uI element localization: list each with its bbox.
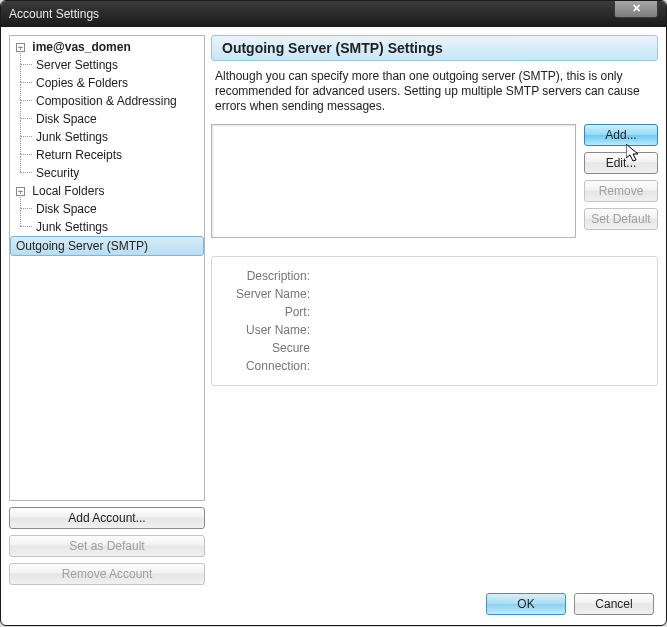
set-default-smtp-button: Set Default <box>584 208 658 230</box>
smtp-details-box: Description: Server Name: Port: User Nam… <box>211 256 658 386</box>
cancel-button[interactable]: Cancel <box>574 593 654 615</box>
tree-item-security[interactable]: Security <box>10 164 204 182</box>
smtp-server-list[interactable] <box>211 124 576 238</box>
detail-label: Server Name: <box>222 285 310 303</box>
window-title: Account Settings <box>9 7 99 21</box>
main-column: Outgoing Server (SMTP) Settings Although… <box>211 35 658 585</box>
close-icon: ✕ <box>632 2 641 15</box>
detail-port: Port: <box>222 303 647 321</box>
ok-button[interactable]: OK <box>486 593 566 615</box>
tree-label: Junk Settings <box>36 130 108 144</box>
tree-label: Server Settings <box>36 58 118 72</box>
detail-label: Description: <box>222 267 310 285</box>
titlebar[interactable]: Account Settings ✕ <box>1 1 666 27</box>
tree-item-disk-space[interactable]: Disk Space <box>10 110 204 128</box>
tree-label: Disk Space <box>36 112 97 126</box>
tree-item-outgoing-smtp[interactable]: Outgoing Server (SMTP) <box>10 236 204 256</box>
tree-label: ime@vas_domen <box>32 40 130 54</box>
detail-label: Port: <box>222 303 310 321</box>
dialog-body: − ime@vas_domen Server Settings Copies &… <box>1 27 666 593</box>
tree-label: Junk Settings <box>36 220 108 234</box>
smtp-list-buttons: Add... Edit... Remove Set Default <box>584 124 658 238</box>
page-title-text: Outgoing Server (SMTP) Settings <box>222 40 443 56</box>
tree-item-lf-junk[interactable]: Junk Settings <box>10 218 204 236</box>
close-button[interactable]: ✕ <box>614 0 658 18</box>
tree-item-return-receipts[interactable]: Return Receipts <box>10 146 204 164</box>
account-settings-window: Account Settings ✕ − ime@vas_domen Serve… <box>0 0 667 626</box>
tree-label: Local Folders <box>32 184 104 198</box>
sidebar: − ime@vas_domen Server Settings Copies &… <box>9 35 205 585</box>
add-account-button[interactable]: Add Account... <box>9 507 205 529</box>
add-smtp-button[interactable]: Add... <box>584 124 658 146</box>
detail-label: Secure Connection: <box>222 339 310 375</box>
remove-account-button: Remove Account <box>9 563 205 585</box>
remove-smtp-button: Remove <box>584 180 658 202</box>
tree-item-server-settings[interactable]: Server Settings <box>10 56 204 74</box>
dialog-buttons: OK Cancel <box>1 593 666 625</box>
tree-local-folders[interactable]: − Local Folders <box>10 182 204 200</box>
account-tree[interactable]: − ime@vas_domen Server Settings Copies &… <box>9 35 205 501</box>
detail-secure: Secure Connection: <box>222 339 647 375</box>
page-title: Outgoing Server (SMTP) Settings <box>211 35 658 61</box>
tree-label: Outgoing Server (SMTP) <box>16 239 148 253</box>
page-description: Although you can specify more than one o… <box>211 61 658 124</box>
tree-item-junk-settings[interactable]: Junk Settings <box>10 128 204 146</box>
tree-label: Composition & Addressing <box>36 94 177 108</box>
tree-label: Security <box>36 166 79 180</box>
edit-smtp-button[interactable]: Edit... <box>584 152 658 174</box>
tree-account-root[interactable]: − ime@vas_domen <box>10 38 204 56</box>
detail-description: Description: <box>222 267 647 285</box>
detail-label: User Name: <box>222 321 310 339</box>
detail-server: Server Name: <box>222 285 647 303</box>
tree-item-composition[interactable]: Composition & Addressing <box>10 92 204 110</box>
tree-label: Return Receipts <box>36 148 122 162</box>
sidebar-buttons: Add Account... Set as Default Remove Acc… <box>9 507 205 585</box>
detail-user: User Name: <box>222 321 647 339</box>
set-default-button: Set as Default <box>9 535 205 557</box>
tree-label: Copies & Folders <box>36 76 128 90</box>
tree-item-lf-disk-space[interactable]: Disk Space <box>10 200 204 218</box>
tree-label: Disk Space <box>36 202 97 216</box>
tree-item-copies-folders[interactable]: Copies & Folders <box>10 74 204 92</box>
smtp-list-area: Add... Edit... Remove Set Default <box>211 124 658 238</box>
